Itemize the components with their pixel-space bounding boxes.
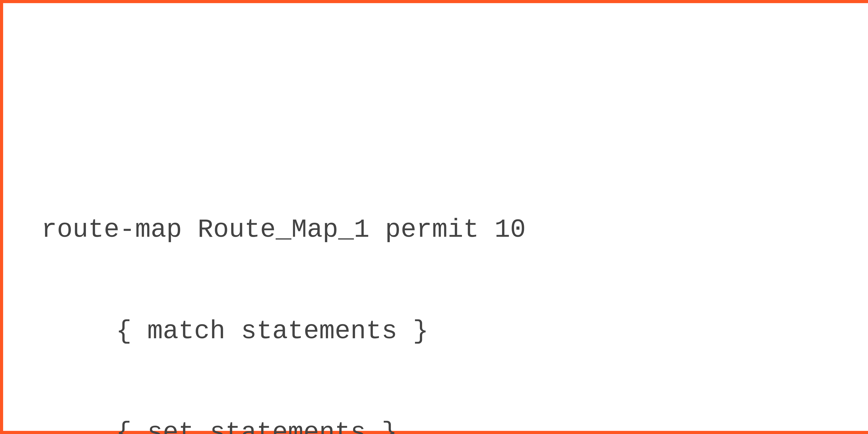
code-line-3: { set statements } [41, 416, 526, 434]
code-line-1: route-map Route_Map_1 permit 10 [41, 213, 526, 247]
document-frame: PIVIT route-map Route_Map_1 permit 10 { … [0, 0, 868, 434]
code-line-2: { match statements } [41, 314, 526, 348]
code-snippet: route-map Route_Map_1 permit 10 { match … [41, 145, 526, 434]
